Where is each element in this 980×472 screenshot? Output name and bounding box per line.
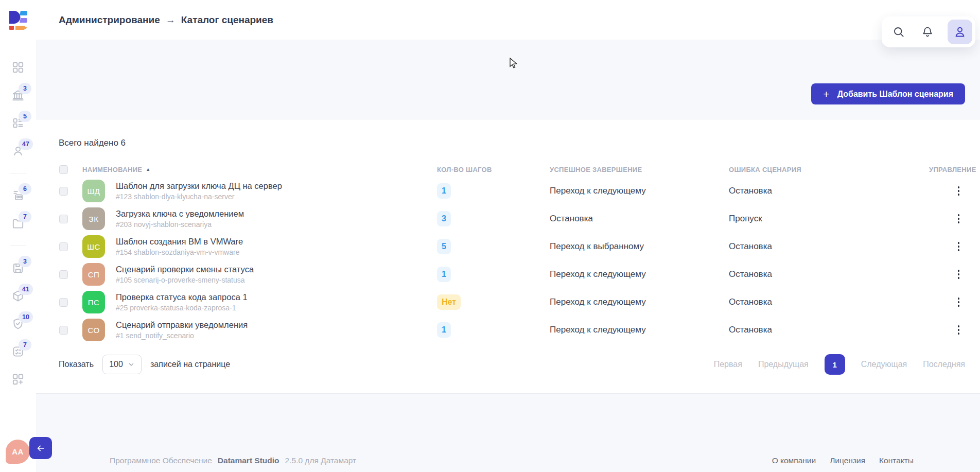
row-slug: #123 shablon-dlya-klyucha-na-server — [116, 193, 282, 201]
column-header-name[interactable]: НАИМЕНОВАНИЕ ▲ — [82, 166, 437, 173]
search-button[interactable] — [890, 23, 907, 41]
success-cell: Переход к следующему — [550, 325, 729, 335]
grid-plus-icon — [11, 373, 25, 386]
table-row[interactable]: СО Сценарий отправки уведомления #1 send… — [59, 316, 965, 344]
user-avatar[interactable]: AA — [6, 440, 30, 464]
breadcrumb-current-page: Каталог сценариев — [181, 14, 273, 26]
row-title: Шаблон для загрузки ключа ДЦ на сервер — [116, 181, 282, 191]
steps-chip: 5 — [437, 239, 451, 254]
sidebar-collapse-button[interactable] — [29, 437, 52, 459]
nav-badge: 7 — [19, 211, 31, 222]
sidebar-item-organizations[interactable]: 3 — [0, 81, 36, 109]
chevron-down-icon — [128, 361, 135, 368]
row-slug: #154 shablon-sozdaniya-vm-v-vmware — [116, 248, 243, 256]
footer-software-label: Программное Обеспечение — [110, 456, 212, 465]
pagination-next[interactable]: Следующая — [861, 360, 907, 369]
table-row[interactable]: ШС Шаблон создания ВМ в VMWare #154 shab… — [59, 233, 965, 260]
pagination-last[interactable]: Последняя — [923, 360, 965, 369]
app-logo-icon[interactable] — [8, 10, 29, 31]
row-avatar: ЗК — [82, 207, 105, 230]
sidebar-item-saved[interactable]: 3 — [0, 254, 36, 282]
sort-asc-icon: ▲ — [146, 167, 150, 172]
kebab-menu-icon[interactable] — [954, 322, 964, 338]
profile-icon — [953, 25, 967, 39]
nav-badge: 6 — [19, 183, 31, 195]
steps-chip: 3 — [437, 211, 451, 226]
footer-product-name: Datamart Studio — [218, 456, 279, 465]
add-template-label: Добавить Шаблон сценария — [837, 90, 953, 99]
row-checkbox[interactable] — [59, 270, 68, 279]
page-size-select[interactable]: 100 — [102, 355, 142, 374]
sidebar-item-catalogs[interactable]: 5 — [0, 109, 36, 137]
row-checkbox[interactable] — [59, 215, 68, 223]
steps-chip: 1 — [437, 267, 451, 282]
row-avatar: ШД — [82, 180, 105, 202]
table-row[interactable]: ПС Проверка статуса кода запроса 1 #25 p… — [59, 288, 965, 316]
sidebar-item-add-widget[interactable] — [0, 365, 36, 393]
row-checkbox[interactable] — [59, 326, 68, 335]
nav-divider — [10, 173, 26, 173]
page-size-value: 100 — [109, 360, 123, 369]
table-row[interactable]: СП Сценарий проверки смены статуса #105 … — [59, 260, 965, 288]
kebab-menu-icon[interactable] — [954, 211, 964, 226]
row-slug: #203 novyj-shablon-scenariya — [116, 220, 244, 229]
breadcrumb-section[interactable]: Администрирование — [59, 14, 160, 26]
row-title: Загрузка ключа с уведомлением — [116, 209, 244, 219]
row-slug: #25 proverka-statusa-koda-zaprosa-1 — [116, 304, 248, 312]
table-row[interactable]: ШД Шаблон для загрузки ключа ДЦ на серве… — [59, 177, 965, 205]
nav-badge: 3 — [19, 256, 31, 267]
error-cell: Остановка — [729, 241, 929, 252]
row-avatar: ПС — [82, 291, 105, 313]
nav-badge: 7 — [19, 339, 31, 351]
footer-version: 2.5.0 для Датамарт — [285, 456, 357, 465]
kebab-menu-icon[interactable] — [954, 267, 964, 282]
show-label: Показать — [59, 360, 94, 369]
sidebar-item-security[interactable]: 10 — [0, 310, 36, 338]
success-cell: Переход к следующему — [550, 269, 729, 279]
steps-chip: 1 — [437, 322, 451, 338]
sidebar-item-apps[interactable] — [0, 54, 36, 81]
pagination-first[interactable]: Первая — [714, 360, 742, 369]
records-label: записей на странице — [150, 360, 230, 369]
sidebar-item-packages[interactable]: 41 — [0, 282, 36, 310]
sidebar-item-components[interactable]: 6 — [0, 182, 36, 209]
table-card: Всего найдено 6 НАИМЕНОВАНИЕ ▲ КОЛ-ВО ША… — [36, 119, 980, 394]
sidebar-item-users[interactable]: 47 — [0, 137, 36, 165]
success-cell: Остановка — [550, 214, 729, 224]
footer-info: Программное Обеспечение Datamart Studio … — [110, 456, 356, 465]
notifications-button[interactable] — [919, 23, 936, 41]
kebab-menu-icon[interactable] — [954, 183, 964, 199]
profile-button[interactable] — [948, 20, 972, 44]
add-template-button[interactable]: + Добавить Шаблон сценария — [811, 83, 965, 104]
success-cell: Переход к следующему — [550, 297, 729, 307]
sidebar-item-scenarios[interactable]: 7 — [0, 338, 36, 365]
arrow-left-icon — [36, 443, 46, 453]
row-slug: #1 send_notify_scenario — [116, 331, 248, 340]
footer-links: О компании Лицензия Контакты — [772, 456, 914, 465]
kebab-menu-icon[interactable] — [954, 239, 964, 254]
success-cell: Переход к следующему — [550, 186, 729, 196]
nav-divider — [10, 246, 26, 246]
name-header-label: НАИМЕНОВАНИЕ — [82, 166, 142, 173]
footer-link-about[interactable]: О компании — [772, 456, 816, 465]
apps-grid-icon — [11, 61, 25, 74]
breadcrumb: Администрирование → Каталог сценариев — [59, 0, 273, 40]
results-summary: Всего найдено 6 — [36, 119, 980, 148]
kebab-menu-icon[interactable] — [954, 294, 964, 310]
steps-chip: Нет — [437, 294, 461, 310]
pagination-current-page[interactable]: 1 — [825, 354, 845, 375]
search-icon — [892, 25, 905, 39]
error-cell: Пропуск — [729, 214, 929, 224]
sidebar-item-folders[interactable]: 7 — [0, 209, 36, 237]
footer-link-contacts[interactable]: Контакты — [879, 456, 914, 465]
row-avatar: СО — [82, 319, 105, 341]
sidebar: 3 5 47 6 7 3 41 10 — [0, 0, 36, 472]
row-checkbox[interactable] — [59, 242, 68, 251]
row-checkbox[interactable] — [59, 298, 68, 307]
footer-link-license[interactable]: Лицензия — [830, 456, 865, 465]
select-all-checkbox[interactable] — [59, 165, 68, 174]
row-checkbox[interactable] — [59, 187, 68, 196]
pagination-bar: Показать 100 записей на странице Первая … — [59, 354, 965, 375]
table-row[interactable]: ЗК Загрузка ключа с уведомлением #203 no… — [59, 205, 965, 233]
pagination-prev[interactable]: Предыдущая — [758, 360, 809, 369]
